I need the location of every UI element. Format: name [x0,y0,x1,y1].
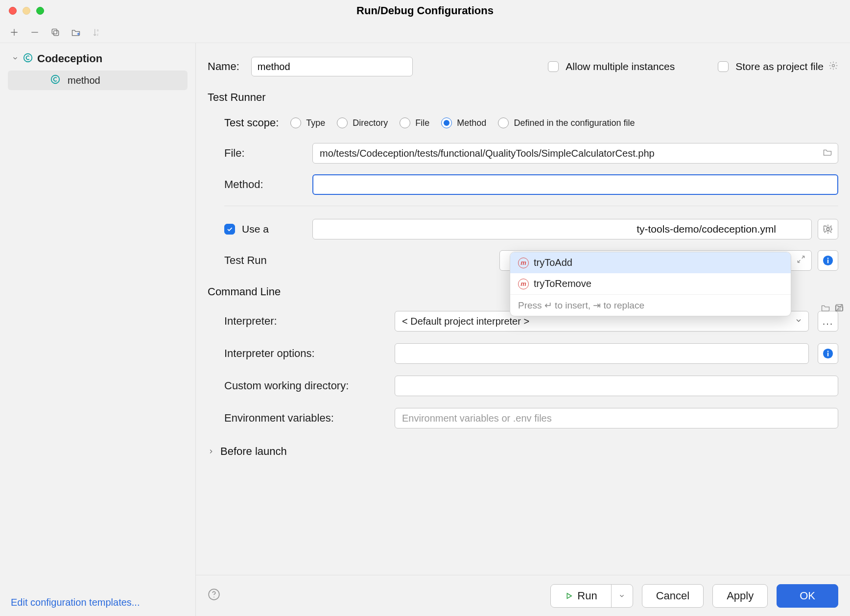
cwd-input[interactable] [395,376,838,396]
test-scope-label: Test scope: [224,117,279,129]
folder-icon[interactable] [821,303,830,315]
scope-directory-radio[interactable]: Directory [337,118,388,128]
interpreter-opts-label: Interpreter options: [224,347,386,360]
name-label: Name: [208,60,239,73]
edit-templates-link[interactable]: Edit configuration templates... [11,597,140,608]
chevron-down-icon [12,54,19,64]
tree-label: method [68,75,100,86]
remove-icon[interactable] [29,27,40,38]
codeception-icon [50,74,61,87]
folder-add-icon[interactable] [71,27,81,38]
help-icon[interactable] [208,588,220,603]
form: Name: Allow multiple instances Store as … [196,43,850,575]
svg-point-5 [51,75,60,83]
use-alt-label: Use a [242,223,269,235]
svg-rect-10 [827,260,828,263]
scope-type-radio[interactable]: Type [290,118,325,128]
method-label: Method: [224,178,303,191]
add-icon[interactable] [9,27,20,38]
info-button[interactable] [818,250,838,271]
list-icon[interactable] [834,303,844,315]
method-input[interactable] [312,174,838,195]
svg-rect-13 [827,353,828,356]
run-button[interactable]: Run [550,584,633,608]
sort-icon[interactable]: az [91,27,102,38]
svg-point-4 [24,53,32,62]
tree-node-codeception[interactable]: Codeception [0,49,195,69]
folder-icon[interactable] [823,147,832,160]
scope-defined-radio[interactable]: Defined in the configuration file [498,118,635,128]
cancel-button[interactable]: Cancel [642,584,704,608]
copy-icon[interactable] [50,27,61,38]
svg-point-6 [832,64,835,67]
svg-rect-0 [54,30,59,35]
sidebar: Codeception method Edit configuration te… [0,43,196,616]
test-runner-opts-label: Test Run [224,254,303,267]
svg-text:a: a [97,28,99,32]
file-label: File: [224,147,303,160]
codeception-icon [23,52,33,66]
window-title: Run/Debug Configurations [0,4,850,17]
tree-node-method[interactable]: method [8,71,188,90]
button-bar: Run Cancel Apply OK [196,575,850,616]
method-icon: m [518,258,529,268]
file-input[interactable]: mo/tests/Codeception/tests/functional/Qu… [312,143,838,164]
ok-button[interactable]: OK [777,584,838,608]
allow-multiple-label: Allow multiple instances [566,61,675,72]
before-launch-expander[interactable]: Before launch [208,445,838,458]
info-button[interactable] [818,343,838,364]
toolbar: az [0,22,850,43]
completion-item[interactable]: m tryToAdd [510,252,791,273]
name-input[interactable] [251,57,413,76]
svg-text:z: z [97,32,99,36]
expand-icon[interactable] [796,255,806,267]
completion-popup: m tryToAdd m tryToRemove Press ↵ to inse… [510,252,791,316]
titlebar: Run/Debug Configurations [0,0,850,22]
svg-rect-1 [52,29,57,34]
store-project-checkbox[interactable]: Store as project file [718,61,838,73]
svg-point-16 [213,597,214,598]
test-runner-heading: Test Runner [208,91,838,104]
env-label: Environment variables: [224,412,386,425]
cwd-label: Custom working directory: [224,379,386,392]
completion-item[interactable]: m tryToRemove [510,273,791,294]
scope-method-radio[interactable]: Method [441,118,486,128]
run-split-button[interactable] [611,585,633,607]
allow-multiple-checkbox[interactable]: Allow multiple instances [548,61,675,72]
apply-button[interactable]: Apply [712,584,768,608]
use-alt-config-checkbox[interactable]: Use a [224,223,303,235]
interpreter-label: Interpreter: [224,315,386,328]
tree-label: Codeception [37,52,102,65]
gear-icon[interactable] [828,61,838,73]
scope-file-radio[interactable]: File [400,118,429,128]
svg-point-9 [827,258,829,259]
chevron-down-icon [795,316,803,327]
completion-hint: Press ↵ to insert, ⇥ to replace [510,294,791,316]
chevron-right-icon [208,445,214,458]
interpreter-opts-input[interactable] [395,343,809,364]
store-project-label: Store as project file [735,61,824,72]
svg-point-12 [827,351,829,352]
alt-config-input[interactable]: ty-tools-demo/codeception.yml [312,219,812,239]
env-input[interactable]: Environment variables or .env files [395,408,838,428]
method-icon: m [518,279,529,289]
